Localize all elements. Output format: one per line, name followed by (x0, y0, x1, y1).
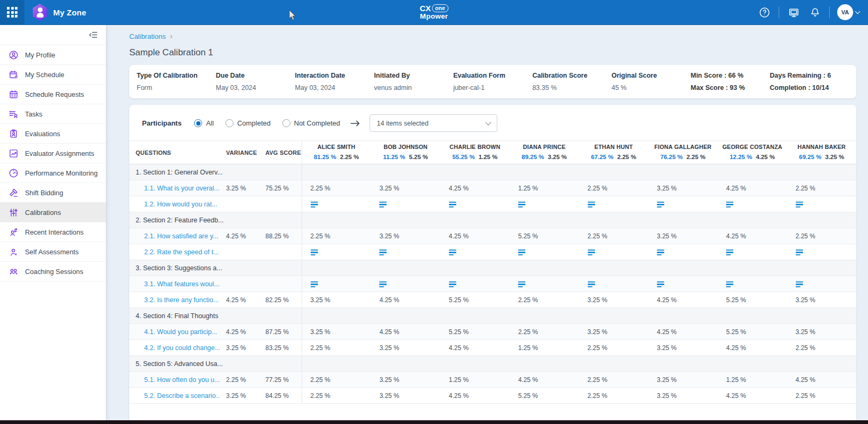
collapse-sidebar-icon (88, 30, 98, 40)
score-cell (579, 196, 648, 212)
question-link[interactable]: 1.1. What is your overal... (144, 185, 220, 192)
sidebar-item-my-schedule[interactable]: My Schedule (0, 65, 106, 85)
comment-icon[interactable] (311, 202, 318, 207)
sidebar-item-my-profile[interactable]: My Profile (0, 45, 106, 65)
recent-interactions-icon (9, 227, 19, 237)
participant-variance: 5.25 % (409, 154, 428, 160)
comment-icon[interactable] (657, 281, 664, 287)
comment-icon[interactable] (588, 202, 595, 207)
question-link[interactable]: 3.1. What features woul... (144, 280, 220, 288)
question-link[interactable]: 2.1. How satisfied are y... (144, 232, 218, 240)
comment-icon[interactable] (796, 281, 803, 287)
variance-cell (220, 276, 259, 292)
section-row-spacer (302, 308, 856, 324)
score-cell: 1.25 % (717, 372, 787, 388)
question-link[interactable]: 5.1. How often do you u... (144, 376, 220, 384)
notifications-button[interactable] (808, 5, 822, 19)
sidebar-item-tasks[interactable]: Tasks (0, 104, 106, 124)
score-cell (717, 196, 787, 212)
score-cell: 4.25 % (440, 180, 510, 196)
arrow-right-icon (349, 119, 361, 128)
sidebar-item-self-assessments[interactable]: Self Assessments (0, 242, 106, 262)
section-row-label: 3. Section 3: Suggestions a... (129, 260, 302, 276)
comment-icon[interactable] (449, 250, 456, 255)
score-cell: 2.25 % (302, 228, 371, 244)
info-field-calibration-score: Calibration Score83.35 % (532, 72, 612, 92)
score-cell: 2.25 % (787, 228, 856, 244)
sidebar-item-label: Schedule Requests (25, 90, 84, 98)
info-field-initiated-by: Initiated Byvenus admin (374, 72, 453, 92)
question-link[interactable]: 4.2. If you could change... (144, 344, 220, 352)
comment-icon[interactable] (311, 281, 318, 287)
sidebar-collapse-button[interactable] (88, 30, 98, 40)
sidebar: My ProfileMy ScheduleSchedule RequestsTa… (0, 25, 106, 424)
comment-icon[interactable] (518, 281, 525, 287)
question-row: 5.1. How often do you u...2.25 %77.25 %2… (129, 372, 856, 388)
comment-icon[interactable] (657, 250, 664, 255)
comment-icon[interactable] (588, 281, 595, 287)
participant-variance: 4.25 % (756, 154, 775, 160)
comment-icon[interactable] (726, 250, 733, 255)
comment-icon[interactable] (518, 250, 525, 255)
score-cell: 2.25 % (510, 292, 579, 308)
score-cell (302, 244, 371, 260)
comment-icon[interactable] (518, 202, 525, 207)
info-field-type-of-calibration: Type Of CalibrationForm (137, 72, 216, 92)
section-row: 4. Section 4: Final Thoughts (129, 308, 856, 324)
comment-icon[interactable] (379, 250, 387, 255)
app-brand: My Zone (32, 4, 86, 21)
score-cell: 4.25 % (440, 228, 510, 244)
user-menu-button[interactable]: VA (837, 4, 859, 20)
participant-header-fiona-gallagher: FIONA GALLAGHER76.25 %2.25 % (648, 141, 717, 164)
sidebar-item-evaluations[interactable]: Evaluations (0, 124, 106, 144)
comment-icon[interactable] (449, 202, 456, 207)
radio-all[interactable]: All (194, 119, 213, 127)
question-row: 2.2. Rate the speed of t... (129, 244, 856, 260)
radio-not-completed[interactable]: Not Completed (282, 119, 340, 127)
question-link[interactable]: 1.2. How would you rat... (144, 201, 218, 208)
sidebar-item-evaluator-assignments[interactable]: Evaluator Assignments (0, 144, 106, 163)
sidebar-item-calibrations[interactable]: Calibrations (0, 203, 106, 222)
app-launcher-button[interactable] (0, 0, 24, 25)
schedule-icon (9, 70, 19, 80)
topbar-divider (779, 6, 779, 18)
comment-icon[interactable] (657, 202, 664, 207)
sidebar-item-performance-monitoring[interactable]: Performance Monitoring (0, 163, 106, 183)
radio-completed[interactable]: Completed (226, 119, 271, 127)
sidebar-item-schedule-requests[interactable]: Schedule Requests (0, 85, 106, 104)
comment-icon[interactable] (379, 281, 387, 287)
comment-icon[interactable] (726, 202, 733, 207)
table-body: 1. Section 1: General Overv...1.1. What … (129, 164, 856, 404)
sidebar-item-label: Performance Monitoring (25, 169, 98, 177)
comment-icon[interactable] (796, 202, 803, 207)
participants-card: Participants AllCompletedNot Completed 1… (129, 105, 856, 424)
sidebar-item-label: Calibrations (25, 209, 61, 217)
comment-icon[interactable] (588, 250, 595, 255)
info-field-evaluation-form: Evaluation Formjuber-cal-1 (453, 72, 532, 92)
section-row: 1. Section 1: General Overv... (129, 164, 856, 180)
comment-icon[interactable] (796, 250, 803, 255)
participants-dropdown[interactable]: 14 items selected (370, 114, 497, 132)
score-cell: 3.25 % (787, 292, 856, 308)
comment-icon[interactable] (726, 281, 733, 287)
comment-icon[interactable] (379, 202, 387, 207)
comment-icon[interactable] (449, 281, 456, 287)
app-title: My Zone (53, 8, 86, 17)
sidebar-item-shift-bidding[interactable]: Shift Bidding (0, 183, 106, 203)
help-button[interactable] (757, 5, 771, 19)
comment-icon[interactable] (311, 250, 318, 255)
question-link[interactable]: 2.2. Rate the speed of t... (144, 248, 219, 256)
question-link[interactable]: 3.2. Is there any functio... (144, 296, 219, 304)
score-cell: 2.25 % (302, 388, 371, 404)
score-cell (717, 244, 787, 260)
section-row-label: 1. Section 1: General Overv... (129, 164, 302, 180)
score-cell: 2.25 % (579, 180, 648, 196)
avg-score-cell (259, 244, 302, 260)
sidebar-item-recent-interactions[interactable]: Recent Interactions (0, 222, 106, 242)
breadcrumb-calibrations-link[interactable]: Calibrations (129, 32, 166, 40)
sidebar-item-coaching-sessions[interactable]: Coaching Sessions (0, 262, 106, 281)
question-row: 4.2. If you could change...3.25 %83.25 %… (129, 340, 856, 356)
screen-share-button[interactable] (787, 5, 800, 19)
question-link[interactable]: 4.1. Would you particip... (144, 328, 217, 336)
question-link[interactable]: 5.2. Describe a scenario... (144, 392, 220, 400)
